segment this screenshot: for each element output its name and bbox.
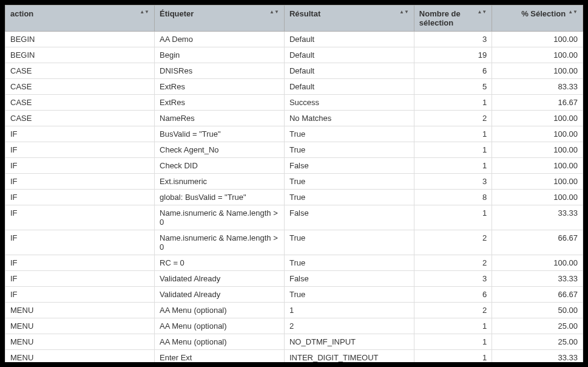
table-body: BEGINAA DemoDefault3100.00BEGINBeginDefa… xyxy=(5,32,583,363)
cell-resultat: False xyxy=(284,271,414,287)
cell-nombre: 8 xyxy=(414,190,492,205)
cell-action: CASE xyxy=(5,111,155,126)
column-label: Étiqueter xyxy=(160,9,194,18)
table-row: MENUAA Menu (optional)NO_DTMF_INPUT125.0… xyxy=(5,334,583,350)
data-table: action ▲▼ Étiqueter ▲▼ Résultat ▲▼ xyxy=(5,5,583,362)
cell-resultat: False xyxy=(284,205,414,230)
table-row: IFCheck Agent_NoTrue1100.00 xyxy=(5,142,583,158)
cell-pct: 66.67 xyxy=(492,287,583,303)
cell-resultat: No Matches xyxy=(284,111,414,126)
cell-etiqueter: Name.isnumeric & Name.length > 0 xyxy=(155,230,285,255)
cell-etiqueter: AA Menu (optional) xyxy=(155,334,285,350)
cell-pct: 33.33 xyxy=(492,205,583,230)
cell-pct: 25.00 xyxy=(492,334,583,350)
table-row: BEGINAA DemoDefault3100.00 xyxy=(5,32,583,47)
table-row: IFValidated AlreadyTrue666.67 xyxy=(5,287,583,303)
table-header-row: action ▲▼ Étiqueter ▲▼ Résultat ▲▼ xyxy=(5,5,583,32)
cell-pct: 100.00 xyxy=(492,174,583,190)
cell-nombre: 1 xyxy=(414,205,492,230)
cell-action: MENU xyxy=(5,350,155,363)
table-viewport[interactable]: action ▲▼ Étiqueter ▲▼ Résultat ▲▼ xyxy=(5,5,583,362)
cell-resultat: True xyxy=(284,255,414,271)
cell-nombre: 1 xyxy=(414,158,492,174)
cell-etiqueter: BusValid = "True" xyxy=(155,126,285,142)
cell-nombre: 3 xyxy=(414,271,492,287)
cell-resultat: Default xyxy=(284,63,414,79)
cell-etiqueter: Ext.isnumeric xyxy=(155,174,285,190)
cell-etiqueter: global: BusValid = "True" xyxy=(155,190,285,205)
cell-nombre: 1 xyxy=(414,95,492,111)
cell-resultat: True xyxy=(284,174,414,190)
table-row: CASENameResNo Matches2100.00 xyxy=(5,111,583,126)
cell-pct: 50.00 xyxy=(492,303,583,318)
table-row: CASEExtResSuccess116.67 xyxy=(5,95,583,111)
column-label: Résultat xyxy=(289,9,320,18)
table-row: IFBusValid = "True"True1100.00 xyxy=(5,126,583,142)
cell-nombre: 3 xyxy=(414,32,492,47)
cell-action: CASE xyxy=(5,63,155,79)
cell-action: IF xyxy=(5,190,155,205)
sort-icon: ▲▼ xyxy=(477,10,487,13)
cell-action: CASE xyxy=(5,79,155,95)
cell-nombre: 5 xyxy=(414,79,492,95)
cell-pct: 100.00 xyxy=(492,32,583,47)
sort-icon: ▲▼ xyxy=(269,10,279,13)
table-row: CASEExtResDefault583.33 xyxy=(5,79,583,95)
cell-pct: 25.00 xyxy=(492,318,583,334)
table-row: BEGINBeginDefault19100.00 xyxy=(5,47,583,63)
cell-action: IF xyxy=(5,205,155,230)
cell-action: IF xyxy=(5,174,155,190)
table-row: IFCheck DIDFalse1100.00 xyxy=(5,158,583,174)
cell-pct: 100.00 xyxy=(492,111,583,126)
cell-action: IF xyxy=(5,230,155,255)
table-row: IFglobal: BusValid = "True"True8100.00 xyxy=(5,190,583,205)
cell-etiqueter: Check Agent_No xyxy=(155,142,285,158)
column-label: % Sélection xyxy=(521,9,566,18)
column-header-pct[interactable]: % Sélection ▲▼ xyxy=(492,5,583,32)
cell-action: CASE xyxy=(5,95,155,111)
cell-nombre: 19 xyxy=(414,47,492,63)
cell-nombre: 1 xyxy=(414,318,492,334)
cell-pct: 100.00 xyxy=(492,142,583,158)
cell-nombre: 2 xyxy=(414,303,492,318)
cell-action: IF xyxy=(5,142,155,158)
cell-pct: 100.00 xyxy=(492,47,583,63)
cell-nombre: 1 xyxy=(414,334,492,350)
cell-etiqueter: RC = 0 xyxy=(155,255,285,271)
cell-nombre: 2 xyxy=(414,255,492,271)
table-row: CASEDNISResDefault6100.00 xyxy=(5,63,583,79)
cell-pct: 100.00 xyxy=(492,158,583,174)
cell-resultat: True xyxy=(284,190,414,205)
cell-resultat: True xyxy=(284,142,414,158)
cell-etiqueter: Begin xyxy=(155,47,285,63)
cell-pct: 33.33 xyxy=(492,271,583,287)
cell-nombre: 1 xyxy=(414,142,492,158)
column-header-etiqueter[interactable]: Étiqueter ▲▼ xyxy=(155,5,285,32)
cell-action: MENU xyxy=(5,334,155,350)
table-row: IFExt.isnumericTrue3100.00 xyxy=(5,174,583,190)
table-row: IFName.isnumeric & Name.length > 0False1… xyxy=(5,205,583,230)
table-row: IFValidated AlreadyFalse333.33 xyxy=(5,271,583,287)
cell-resultat: NO_DTMF_INPUT xyxy=(284,334,414,350)
column-label: action xyxy=(10,9,33,18)
column-header-action[interactable]: action ▲▼ xyxy=(5,5,155,32)
cell-resultat: True xyxy=(284,287,414,303)
cell-resultat: 2 xyxy=(284,318,414,334)
column-header-nombre[interactable]: Nombre de sélection ▲▼ xyxy=(414,5,492,32)
cell-etiqueter: Validated Already xyxy=(155,287,285,303)
cell-pct: 16.67 xyxy=(492,95,583,111)
cell-etiqueter: DNISRes xyxy=(155,63,285,79)
cell-nombre: 2 xyxy=(414,230,492,255)
cell-resultat: Default xyxy=(284,32,414,47)
cell-nombre: 1 xyxy=(414,126,492,142)
cell-nombre: 3 xyxy=(414,174,492,190)
table-row: IFName.isnumeric & Name.length > 0True26… xyxy=(5,230,583,255)
cell-etiqueter: Check DID xyxy=(155,158,285,174)
cell-pct: 33.33 xyxy=(492,350,583,363)
table-row: MENUAA Menu (optional)1250.00 xyxy=(5,303,583,318)
cell-pct: 100.00 xyxy=(492,126,583,142)
cell-pct: 100.00 xyxy=(492,63,583,79)
sort-icon: ▲▼ xyxy=(399,10,409,13)
cell-etiqueter: ExtRes xyxy=(155,95,285,111)
column-header-resultat[interactable]: Résultat ▲▼ xyxy=(284,5,414,32)
